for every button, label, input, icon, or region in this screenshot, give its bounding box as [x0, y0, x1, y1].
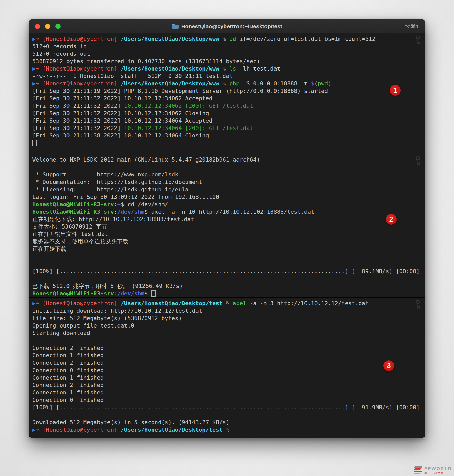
- terminal-text: ▶: [32, 36, 36, 42]
- terminal-text: [117, 36, 121, 42]
- terminal-text: 536870912 bytes transferred in 0.407730 …: [32, 58, 260, 64]
- terminal-text: dd: [229, 36, 236, 42]
- terminal-line: Starting download: [32, 329, 422, 337]
- terminal-line: [32, 139, 422, 147]
- terminal-text: /Users/HonestQiao/Desktop/www: [121, 36, 219, 42]
- terminal-text: [Fri Sep 30 21:11:38 2022] 10.10.12.12:3…: [32, 132, 209, 139]
- terminal-text: HonestQiao@MiWiFi-R3-srv: [32, 290, 114, 297]
- terminal-text: ➜: [36, 80, 43, 87]
- terminal-text: 正在打开输出文件 test.dat: [32, 231, 108, 237]
- terminal-text: [Fri Sep 30 21:11:32 2022]: [32, 103, 124, 109]
- terminal-line: * Licensing: https://lsdk.github.io/eula: [32, 186, 422, 193]
- traffic-lights: [35, 19, 61, 33]
- minimize-button[interactable]: [45, 24, 50, 29]
- terminal-line: Initializing download: http://10.10.12.1…: [32, 307, 422, 314]
- terminal-text: $ axel -a -n 10 http://10.10.12.102:1888…: [144, 209, 314, 215]
- terminal-cursor: [151, 290, 156, 297]
- terminal-text: [HonestQiao@cybertron]: [43, 36, 117, 42]
- terminal-line: [32, 275, 422, 282]
- terminal-text: HonestQiao@MiWiFi-R3-srv: [32, 201, 114, 207]
- terminal-text: Connection 1 finished: [32, 389, 104, 396]
- terminal-text: Connection 2 finished: [32, 382, 104, 388]
- terminal-line: [32, 163, 422, 171]
- terminal-cursor: [32, 140, 37, 146]
- terminal-text: 512+0 records out: [32, 51, 90, 57]
- terminal-line: File size: 512 Megabyte(s) (536870912 by…: [32, 314, 422, 322]
- terminal-line: 已下载 512.0 兆字节，用时 5 秒。 (91266.49 KB/s): [32, 282, 422, 290]
- terminal-line: Welcome to NXP LSDK 2012 main (GNU/Linux…: [32, 156, 422, 163]
- terminal-text: Connection 1 finished: [32, 374, 104, 381]
- terminal-text: Initializing download: http://10.10.12.1…: [32, 308, 202, 314]
- terminal-text: $(: [311, 80, 318, 87]
- key-icon: [415, 300, 421, 310]
- window-title: HonestQiao@cybertron:~/Desktop/test: [181, 23, 282, 29]
- key-icon: [415, 35, 421, 45]
- terminal-text: ▶: [32, 427, 36, 433]
- terminal-text: [117, 65, 121, 72]
- terminal-window: HonestQiao@cybertron:~/Desktop/test ⌥⌘1 …: [29, 19, 425, 438]
- terminal-text: :: [114, 201, 117, 207]
- terminal-line: HonestQiao@MiWiFi-R3-srv:~$ cd /dev/shm/: [32, 201, 422, 208]
- terminal-text: 10.10.12.12:34064 [200]: GET /test.dat: [124, 125, 253, 131]
- terminal-pane-1[interactable]: ▶➜ [HonestQiao@cybertron] /Users/HonestQ…: [29, 33, 425, 154]
- terminal-text: [Fri Sep 30 21:11:32 2022] 10.10.12.12:3…: [32, 117, 212, 124]
- terminal-text: %: [219, 65, 230, 72]
- terminal-text: /Users/HonestQiao/Desktop/www: [121, 65, 219, 72]
- terminal-text: %: [223, 300, 233, 306]
- terminal-text: 512+0 records in: [32, 43, 87, 49]
- terminal-line: [32, 337, 422, 344]
- titlebar[interactable]: HonestQiao@cybertron:~/Desktop/test ⌥⌘1: [29, 19, 425, 33]
- eeworld-watermark: EEWORLD 电子工程世界: [414, 466, 452, 474]
- folder-icon: [172, 24, 179, 29]
- desktop-background: { "window": { "title": "HonestQiao@cyber…: [0, 0, 454, 476]
- terminal-line: [Fri Sep 30 21:11:32 2022] 10.10.12.12:3…: [32, 95, 422, 102]
- watermark-brand: EEWORLD: [424, 467, 452, 471]
- terminal-line: 正在初始化下载: http://10.10.12.102:18888/test.…: [32, 215, 422, 223]
- terminal-line: Connection 2 finished: [32, 344, 422, 352]
- terminal-text: Connection 1 finished: [32, 352, 104, 359]
- terminal-text: 正在开始下载: [32, 246, 66, 252]
- zoom-button[interactable]: [55, 24, 61, 29]
- terminal-line: [Fri Sep 30 21:11:32 2022] 10.10.12.12:3…: [32, 102, 422, 110]
- terminal-line: [Fri Sep 30 21:11:38 2022] 10.10.12.12:3…: [32, 132, 422, 139]
- window-shortcut-label: ⌥⌘1: [405, 19, 419, 33]
- terminal-text: HonestQiao@MiWiFi-R3-srv: [32, 209, 114, 215]
- terminal-text: ls: [229, 65, 236, 72]
- terminal-line: [32, 253, 422, 260]
- terminal-text: 文件大小: 536870912 字节: [32, 223, 107, 230]
- terminal-text: [HonestQiao@cybertron]: [43, 80, 117, 87]
- terminal-line: Connection 1 finished: [32, 389, 422, 396]
- terminal-text: 正在初始化下载: http://10.10.12.102:18888/test.…: [32, 216, 194, 222]
- terminal-pane-3[interactable]: ▶➜ [HonestQiao@cybertron] /Users/HonestQ…: [29, 297, 425, 438]
- terminal-line: HonestQiao@MiWiFi-R3-srv:/dev/shm$ axel …: [32, 208, 422, 215]
- terminal-text: Connection 2 finished: [32, 360, 104, 366]
- terminal-text: Connection 2 finished: [32, 345, 104, 351]
- eeworld-logo-icon: [414, 466, 422, 474]
- terminal-text: ): [328, 80, 331, 87]
- terminal-text: [Fri Sep 30 21:11:19 2022] PHP 8.1.10 De…: [32, 88, 328, 94]
- terminal-line: ▶➜ [HonestQiao@cybertron] /Users/HonestQ…: [32, 65, 422, 72]
- terminal-line: 服务器不支持，使用单个连接从头下载。: [32, 238, 422, 245]
- terminal-text: [Fri Sep 30 21:11:32 2022]: [32, 125, 124, 131]
- terminal-text: ▶: [32, 300, 36, 306]
- annotation-badge-3: 3: [383, 360, 394, 371]
- terminal-line: Connection 1 finished: [32, 352, 422, 359]
- terminal-line: 文件大小: 536870912 字节: [32, 223, 422, 230]
- terminal-pane-2[interactable]: Welcome to NXP LSDK 2012 main (GNU/Linux…: [29, 154, 425, 297]
- close-button[interactable]: [35, 24, 40, 29]
- terminal-text: Starting download: [32, 330, 90, 336]
- terminal-text: axel: [233, 300, 246, 306]
- terminal-text: [100%] [................................…: [32, 268, 420, 274]
- terminal-text: [117, 427, 121, 433]
- terminal-text: -S 0.0.0.0:18888 -t: [240, 80, 311, 87]
- terminal-line: Connection 0 finished: [32, 396, 422, 404]
- terminal-line: 512+0 records out: [32, 50, 422, 57]
- terminal-text: [HonestQiao@cybertron]: [43, 65, 117, 72]
- annotation-badge-1: 1: [390, 85, 401, 96]
- terminal-line: [32, 260, 422, 267]
- terminal-text: Downloaded 512 Megabyte(s) in 5 second(s…: [32, 419, 229, 425]
- terminal-line: * Support: https://www.nxp.com/lsdk: [32, 171, 422, 178]
- terminal-text: [117, 300, 121, 306]
- terminal-text: php: [229, 80, 240, 87]
- terminal-text: -a -n 3 http://10.10.12.12/test.dat: [246, 300, 369, 306]
